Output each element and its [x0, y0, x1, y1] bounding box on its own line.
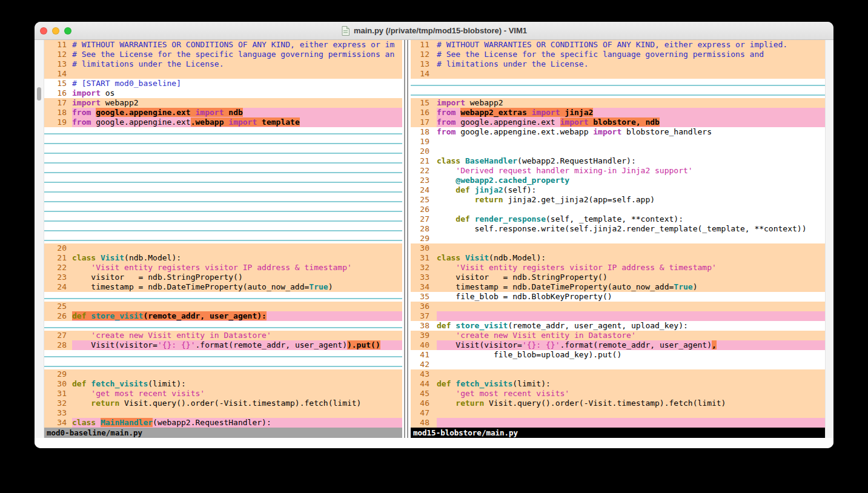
line-number: 25 [44, 302, 72, 311]
vim-pane-right[interactable]: 11# WITHOUT WARRANTIES OR CONDITIONS OF … [411, 40, 825, 438]
code-line-18: 18from google.appengine.ext import ndb [44, 108, 402, 117]
line-number: 43 [411, 369, 437, 379]
right-scrollbar-track[interactable] [825, 40, 833, 438]
code-text: def store_visit(remote_addr, user_agent)… [72, 311, 402, 321]
code-line-23: 23 visitor = ndb.StringProperty() [44, 273, 402, 282]
code-text [437, 311, 825, 321]
line-number: 15 [44, 79, 72, 88]
code-line-31: 31class Visit(ndb.Model): [411, 253, 825, 263]
diff-filler-line [44, 234, 402, 243]
line-number: 23 [411, 176, 437, 185]
vertical-split-separator[interactable] [402, 40, 411, 438]
zoom-button[interactable] [64, 27, 71, 35]
code-text: visitor = ndb.StringProperty() [72, 273, 402, 282]
line-number: 14 [44, 69, 72, 79]
code-text: # WITHOUT WARRANTIES OR CONDITIONS OF AN… [72, 40, 402, 50]
diff-filler-line [44, 185, 402, 195]
code-text: return jinja2.get_jinja2(app=self.app) [437, 195, 825, 205]
line-number: 24 [411, 185, 437, 195]
code-text: from google.appengine.ext.webapp import … [437, 127, 825, 137]
code-line-28: 28 self.response.write(self.jinja2.rende… [411, 224, 825, 234]
code-line-43: 43 [411, 369, 825, 379]
code-line-21: 21class Visit(ndb.Model): [44, 253, 402, 263]
line-number: 36 [411, 302, 437, 311]
window-title: main.py (/private/tmp/mod15-blobstore) -… [354, 26, 527, 35]
code-text [437, 369, 825, 379]
code-text [437, 418, 825, 428]
code-text: class MainHandler(webapp2.RequestHandler… [72, 418, 402, 428]
diff-filler-line [411, 88, 825, 98]
vim-command-line[interactable] [35, 438, 833, 448]
line-number: 11 [411, 40, 437, 50]
line-number: 48 [411, 418, 437, 428]
code-text [72, 243, 402, 253]
code-line-20: 20 [411, 147, 825, 156]
line-number: 15 [411, 98, 437, 108]
code-line-30: 30def fetch_visits(limit): [44, 379, 402, 389]
code-text: def store_visit(remote_addr, user_agent,… [437, 321, 825, 331]
code-text: from webapp2_extras import jinja2 [437, 108, 825, 117]
code-line-11: 11# WITHOUT WARRANTIES OR CONDITIONS OF … [44, 40, 402, 50]
diff-filler-line [44, 224, 402, 234]
code-text: Visit(visitor='{}: {}'.format(remote_add… [437, 340, 825, 350]
code-line-22: 22 'Visit entity registers visitor IP ad… [44, 263, 402, 273]
code-line-36: 36 [411, 302, 825, 311]
code-line-31: 31 'get most recent visits' [44, 389, 402, 399]
line-number: 28 [44, 340, 72, 350]
titlebar[interactable]: main.py (/private/tmp/mod15-blobstore) -… [35, 22, 833, 40]
vim-pane-left[interactable]: 11# WITHOUT WARRANTIES OR CONDITIONS OF … [44, 40, 402, 438]
code-text: 'create new Visit entity in Datastore' [437, 331, 825, 340]
code-text: class Visit(ndb.Model): [72, 253, 402, 263]
code-text: # limitations under the License. [437, 59, 825, 69]
code-text: 'create new Visit entity in Datastore' [72, 331, 402, 340]
code-text: timestamp = ndb.DateTimeProperty(auto_no… [437, 282, 825, 292]
vimdiff-area: 11# WITHOUT WARRANTIES OR CONDITIONS OF … [35, 40, 833, 438]
close-button[interactable] [40, 27, 47, 35]
code-line-29: 29 [411, 234, 825, 243]
diff-filler-line [44, 166, 402, 176]
code-line-19: 19 [411, 137, 825, 147]
code-line-34: 34 timestamp = ndb.DateTimeProperty(auto… [411, 282, 825, 292]
code-line-25: 25 [44, 302, 402, 311]
code-text [437, 360, 825, 369]
code-line-13: 13# limitations under the License. [44, 59, 402, 69]
line-number: 38 [411, 321, 437, 331]
line-number: 21 [44, 253, 72, 263]
code-text: file_blob=upload_key).put() [437, 350, 825, 360]
line-number: 17 [44, 98, 72, 108]
code-text [437, 408, 825, 418]
code-line-16: 16from webapp2_extras import jinja2 [411, 108, 825, 117]
line-number: 24 [44, 282, 72, 292]
line-number: 11 [44, 40, 72, 50]
code-line-38: 38def store_visit(remote_addr, user_agen… [411, 321, 825, 331]
code-text: visitor = ndb.StringProperty() [437, 273, 825, 282]
left-gutter-strip [35, 40, 44, 438]
scrollbar-thumb[interactable] [37, 87, 41, 101]
diff-filler-line [44, 156, 402, 166]
line-number: 35 [411, 292, 437, 302]
line-number: 19 [44, 117, 72, 127]
statusline-left: mod0-baseline/main.py [44, 428, 402, 438]
code-text: @webapp2.cached_property [437, 176, 825, 185]
diff-filler-line [44, 205, 402, 214]
code-line-19: 19from google.appengine.ext.webapp impor… [44, 117, 402, 127]
code-text: import webapp2 [72, 98, 402, 108]
line-number: 37 [411, 311, 437, 321]
code-text [437, 205, 825, 214]
code-text: from google.appengine.ext import blobsto… [437, 117, 825, 127]
line-number: 12 [44, 50, 72, 59]
line-number: 26 [44, 311, 72, 321]
code-line-29: 29 [44, 369, 402, 379]
line-number: 29 [44, 369, 72, 379]
code-text: 'get most recent visits' [437, 389, 825, 399]
code-line-42: 42 [411, 360, 825, 369]
minimize-button[interactable] [52, 27, 59, 35]
code-text: import os [72, 88, 402, 98]
code-text: # limitations under the License. [72, 59, 402, 69]
code-text: # See the License for the specific langu… [72, 50, 402, 59]
code-line-13: 13# limitations under the License. [411, 59, 825, 69]
code-line-28: 28 Visit(visitor='{}: {}'.format(remote_… [44, 340, 402, 350]
code-line-32: 32 return Visit.query().order(-Visit.tim… [44, 399, 402, 408]
code-text: self.response.write(self.jinja2.render_t… [437, 224, 825, 234]
line-number: 30 [44, 379, 72, 389]
